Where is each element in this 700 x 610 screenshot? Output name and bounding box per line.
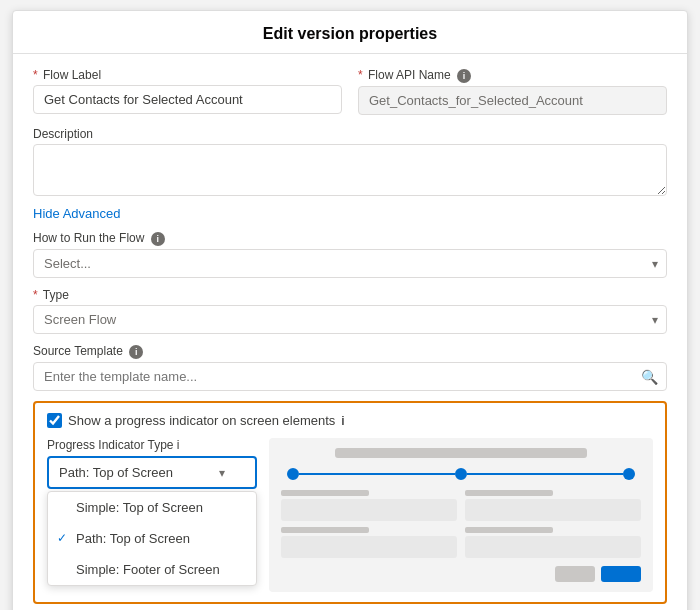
hide-advanced-link[interactable]: Hide Advanced	[33, 206, 120, 221]
modal-header: Edit version properties	[13, 11, 687, 54]
flow-api-name-input[interactable]	[358, 86, 667, 115]
indicator-type-select: Path: Top of Screen Simple: Top of Scree…	[47, 456, 257, 586]
progress-left-panel: Progress Indicator Type i Path: Top of S…	[47, 438, 257, 592]
description-input[interactable]	[33, 144, 667, 196]
progress-checkbox-label: Show a progress indicator on screen elem…	[68, 413, 335, 428]
edit-version-modal: Edit version properties * Flow Label * F…	[12, 10, 688, 610]
preview-top-bar	[335, 448, 587, 458]
indicator-type-select-btn[interactable]: Path: Top of Screen	[47, 456, 257, 489]
description-label: Description	[33, 127, 667, 141]
progress-preview-panel	[269, 438, 653, 592]
preview-line-1	[299, 473, 455, 475]
type-label: * Type	[33, 288, 667, 302]
how-to-run-select[interactable]: Select...	[33, 249, 667, 278]
preview-label-4	[465, 527, 553, 533]
progress-indicator-label: Progress Indicator Type i	[47, 438, 257, 452]
source-template-input[interactable]	[33, 362, 667, 391]
preview-next-btn	[601, 566, 641, 582]
flow-api-required: *	[358, 68, 363, 82]
flow-label-input[interactable]	[33, 85, 342, 114]
dropdown-item-simple-footer[interactable]: Simple: Footer of Screen	[48, 554, 256, 585]
how-to-run-info-icon[interactable]: i	[151, 232, 165, 246]
type-select[interactable]: Screen Flow	[33, 305, 667, 334]
source-template-info-icon[interactable]: i	[129, 345, 143, 359]
preview-field-3	[281, 536, 457, 558]
label-apiname-row: * Flow Label * Flow API Name i	[33, 68, 667, 115]
modal-body: * Flow Label * Flow API Name i Descripti…	[13, 54, 687, 610]
flow-label-label: * Flow Label	[33, 68, 342, 82]
flow-api-name-group: * Flow API Name i	[358, 68, 667, 115]
flow-api-name-label: * Flow API Name i	[358, 68, 667, 83]
indicator-type-dropdown: Simple: Top of Screen Path: Top of Scree…	[47, 491, 257, 586]
preview-field-1	[281, 499, 457, 521]
dropdown-item-path-top[interactable]: Path: Top of Screen	[48, 523, 256, 554]
preview-cancel-btn	[555, 566, 595, 582]
indicator-type-info-icon[interactable]: i	[177, 438, 180, 452]
type-group: * Type Screen Flow	[33, 288, 667, 334]
preview-dot-start	[287, 468, 299, 480]
description-group: Description	[33, 127, 667, 196]
source-template-label: Source Template i	[33, 344, 667, 359]
dropdown-item-simple-top[interactable]: Simple: Top of Screen	[48, 492, 256, 523]
search-icon: 🔍	[641, 369, 658, 385]
modal-title: Edit version properties	[33, 25, 667, 43]
flow-label-group: * Flow Label	[33, 68, 342, 115]
preview-field-row-1	[281, 490, 641, 521]
how-to-run-select-wrapper: Select...	[33, 249, 667, 278]
progress-type-area: Progress Indicator Type i Path: Top of S…	[47, 438, 653, 592]
preview-btn-row	[281, 566, 641, 582]
preview-field-4	[465, 536, 641, 558]
preview-line-2	[467, 473, 623, 475]
preview-dot-mid	[455, 468, 467, 480]
preview-label-1	[281, 490, 369, 496]
preview-label-3	[281, 527, 369, 533]
preview-field-2	[465, 499, 641, 521]
type-select-wrapper: Screen Flow	[33, 305, 667, 334]
how-to-run-group: How to Run the Flow i Select...	[33, 231, 667, 278]
progress-checkbox-info-icon[interactable]: i	[341, 413, 344, 428]
preview-label-2	[465, 490, 553, 496]
progress-checkbox-row: Show a progress indicator on screen elem…	[47, 413, 653, 428]
preview-field-row-2	[281, 527, 641, 558]
progress-checkbox[interactable]	[47, 413, 62, 428]
source-template-group: Source Template i 🔍	[33, 344, 667, 391]
preview-fields	[281, 490, 641, 558]
preview-dot-end	[623, 468, 635, 480]
source-template-search-wrapper: 🔍	[33, 362, 667, 391]
flow-label-required: *	[33, 68, 38, 82]
how-to-run-label: How to Run the Flow i	[33, 231, 667, 246]
progress-section: Show a progress indicator on screen elem…	[33, 401, 667, 604]
api-name-info-icon[interactable]: i	[457, 69, 471, 83]
preview-progress-bar	[281, 468, 641, 480]
